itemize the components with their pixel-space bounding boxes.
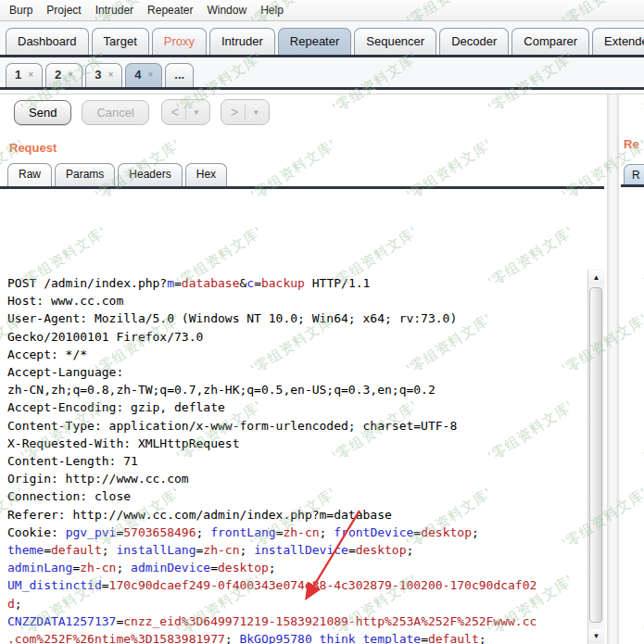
request-text-segment: backup [261,276,305,290]
request-line: Connection: close [7,487,587,505]
request-text-segment: POST /admin/index.php? [7,276,167,290]
tab-comparer[interactable]: Comparer [511,28,589,55]
request-text-segment: c [246,276,254,290]
request-line: Accept-Encoding: gzip, deflate [7,398,587,416]
close-icon[interactable]: × [68,69,73,80]
request-text[interactable]: POST /admin/index.php?m=database&c=backu… [0,270,587,644]
request-text-segment: = [102,578,109,592]
request-text-segment: zh-cn [80,561,116,575]
request-text-segment: Accept: */* [7,347,87,361]
request-line: Content-Length: 71 [7,452,587,470]
next-request-button[interactable]: > ▼ [221,99,270,125]
request-text-segment: desktop [421,525,472,539]
request-text-segment: Accept-Language: [7,365,123,379]
request-text-segment: = [210,561,218,575]
request-text-segment: d [7,597,15,611]
request-text-segment: = [44,543,51,557]
request-text-segment: User-Agent: Mozilla/5.0 (Windows NT 10.0… [7,311,457,325]
menu-item-help[interactable]: Help [260,4,284,17]
tab-sequencer[interactable]: Sequencer [354,28,436,55]
request-text-segment: zh-cn [283,525,319,539]
request-text-segment: ; [116,561,131,575]
request-line: X-Requested-With: XMLHttpRequest [7,435,587,452]
button-separator [245,105,246,120]
request-line: Cookie: pgv_pvi=5703658496; frontLang=zh… [7,524,587,541]
repeater-tab-1[interactable]: 1× [6,63,43,87]
cancel-button[interactable]: Cancel [82,100,148,125]
request-text-segment: 5703658496 [123,525,196,539]
request-text-segment: ; [472,525,479,539]
request-text-segment: pgv_pvi [66,525,117,539]
panel-splitter[interactable] [607,87,619,644]
request-text-segment: = [254,276,261,290]
repeater-tab-label: 2 [55,68,61,82]
request-editor[interactable]: POST /admin/index.php?m=database&c=backu… [0,270,604,644]
request-tab-headers[interactable]: Headers [118,163,182,186]
close-icon[interactable]: × [107,69,113,80]
request-line: Content-Type: application/x-www-form-url… [7,417,587,435]
request-text-segment: ; [479,632,486,644]
request-text-segment: database [182,276,240,290]
tab-extender[interactable]: Extender [592,28,644,55]
request-tab-params[interactable]: Params [55,163,115,186]
menu-item-intruder[interactable]: Intruder [95,4,133,17]
repeater-tab-item[interactable]: ... [165,63,194,87]
request-text-segment: default [428,632,479,644]
burp-suite-window: { "menubar": { "items": ["Burp", "Projec… [0,0,644,644]
response-pane: Re R [621,87,644,644]
request-text-segment: = [421,632,428,644]
request-text-segment: = [174,276,182,290]
vertical-scrollbar[interactable]: ▲ ▼ [587,270,604,644]
send-button[interactable]: Send [14,100,71,125]
repeater-tab-4[interactable]: 4× [125,63,162,87]
request-text-segment: m [167,276,174,290]
request-text-segment: zh-cn [203,543,239,557]
response-title: Re [624,137,644,151]
repeater-tab-2[interactable]: 2× [45,63,82,87]
repeater-tab-3[interactable]: 3× [85,63,122,87]
menu-item-window[interactable]: Window [207,4,246,17]
request-line: zh-CN,zh;q=0.8,zh-TW;q=0.7,zh-HK;q=0.5,e… [7,381,587,398]
tab-target[interactable]: Target [92,28,149,55]
request-text-segment: ; [320,525,335,539]
request-line: Gecko/20100101 Firefox/73.0 [7,328,587,346]
request-line: adminLang=zh-cn; adminDevice=desktop; [7,559,587,576]
request-text-segment: ; [102,543,117,557]
request-text-segment: installDevice [254,543,348,557]
tab-repeater[interactable]: Repeater [278,28,351,55]
response-raw-tab[interactable]: R [624,164,644,184]
request-line: Referer: http://www.cc.com/admin/index.p… [7,506,587,524]
request-text-segment: X-Requested-With: XMLHttpRequest [7,436,239,450]
prev-request-button[interactable]: < ▼ [161,99,210,125]
request-text-segment: Content-Length: 71 [7,454,138,468]
request-text-segment: ; [269,561,276,575]
request-text-segment: ; [407,543,414,557]
request-text-segment: Gecko/20100101 Firefox/73.0 [7,330,203,344]
request-text-segment: adminDevice [131,561,210,575]
request-text-segment: Origin: http://www.cc.com [7,472,189,486]
request-text-segment: 170c90dcaef249-0f400343e074e88-4c302879-… [109,578,537,592]
close-icon[interactable]: × [147,69,153,80]
request-title: Request [9,141,604,155]
request-text-segment: = [413,525,421,539]
tab-intruder[interactable]: Intruder [209,28,275,55]
request-tab-hex[interactable]: Hex [185,163,227,186]
request-text-segment: Content-Type: application/x-www-form-url… [7,419,457,433]
request-tab-raw[interactable]: Raw [7,163,52,186]
tab-decoder[interactable]: Decoder [439,28,509,55]
request-line: .com%252F%26ntime%3D1583981977; BkGOp957… [7,630,587,644]
tab-proxy[interactable]: Proxy [152,28,207,55]
button-separator [185,105,186,120]
request-view-tabs: RawParamsHeadersHex [0,163,604,189]
menu-item-burp[interactable]: Burp [9,4,32,17]
repeater-tab-label: 3 [95,68,101,82]
scrollbar-thumb[interactable] [589,287,602,623]
close-icon[interactable]: × [28,69,33,80]
menu-item-repeater[interactable]: Repeater [147,4,193,17]
request-line: Origin: http://www.cc.com [7,470,587,487]
request-text-segment: desktop [218,561,269,575]
tab-dashboard[interactable]: Dashboard [6,28,89,55]
menu-item-project[interactable]: Project [46,4,81,17]
scroll-down-icon[interactable]: ▼ [588,629,604,643]
scroll-up-icon[interactable]: ▲ [588,271,604,284]
